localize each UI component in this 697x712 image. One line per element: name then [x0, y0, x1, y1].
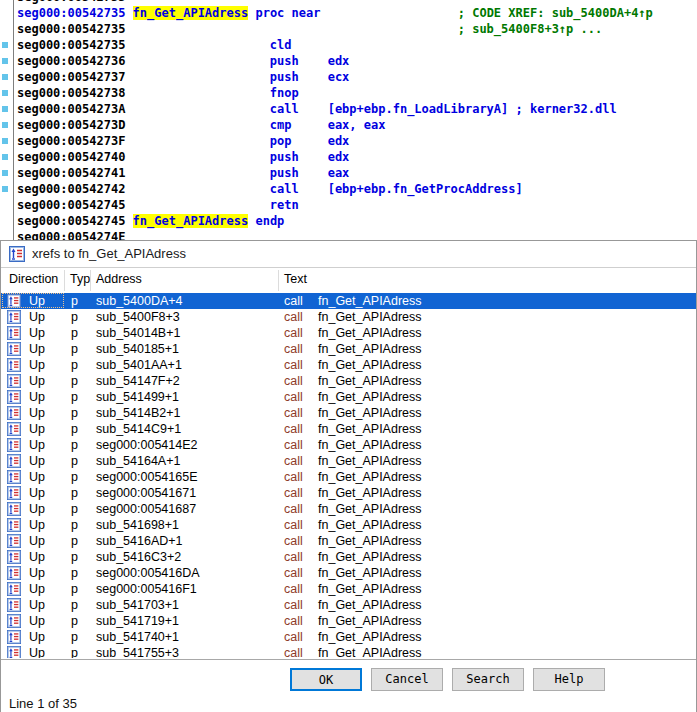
- xref-address: sub_54147F+2: [96, 373, 180, 389]
- disasm-line[interactable]: seg000:00542736 push edx: [17, 53, 697, 69]
- xref-row[interactable]: Uppseg000:005414E2callfn_Get_APIAdress: [1, 437, 696, 453]
- instruction-text: cld: [125, 38, 291, 52]
- disasm-line[interactable]: seg000:00542735 ; sub_5400F8+3↑p ...: [17, 21, 697, 37]
- xref-address: sub_5414B2+1: [96, 405, 180, 421]
- xref-row[interactable]: Uppseg000:00541687callfn_Get_APIAdress: [1, 501, 696, 517]
- xref-direction: Up: [29, 565, 45, 581]
- xref-row[interactable]: Uppsub_54164A+1callfn_Get_APIAdress: [1, 453, 696, 469]
- disassembly-listing[interactable]: seg000:00542733seg000:00542735 fn_Get_AP…: [17, 0, 697, 240]
- column-header-direction[interactable]: Direction: [9, 272, 58, 286]
- xref-target: fn_Get_APIAdress: [318, 309, 422, 325]
- line-address: seg000:00542736: [17, 54, 125, 68]
- xref-target: fn_Get_APIAdress: [318, 421, 422, 437]
- column-header-text[interactable]: Text: [284, 272, 307, 286]
- instruction-text: [320, 6, 457, 20]
- disasm-line[interactable]: seg000:00542742 call [ebp+ebp.fn_GetProc…: [17, 181, 697, 197]
- xref-row[interactable]: Uppsub_541499+1callfn_Get_APIAdress: [1, 389, 696, 405]
- xref-direction: Up: [29, 405, 45, 421]
- column-divider[interactable]: [278, 270, 279, 291]
- highlighted-identifier: fn_Get_APIAdress: [133, 6, 249, 20]
- xref-row[interactable]: Uppsub_541703+1callfn_Get_APIAdress: [1, 597, 696, 613]
- xref-mnemonic: call: [284, 293, 303, 309]
- xref-row[interactable]: Uppsub_541740+1callfn_Get_APIAdress: [1, 629, 696, 645]
- xref-row[interactable]: Uppseg000:0054165Ecallfn_Get_APIAdress: [1, 469, 696, 485]
- xref-type: p: [71, 549, 78, 565]
- disasm-line[interactable]: seg000:00542741 push eax: [17, 165, 697, 181]
- xref-row[interactable]: Uppsub_5414B2+1callfn_Get_APIAdress: [1, 405, 696, 421]
- xref-row[interactable]: Uppsub_541719+1callfn_Get_APIAdress: [1, 613, 696, 629]
- xref-type: p: [71, 437, 78, 453]
- code-marker-dot: [2, 186, 8, 192]
- xref-direction: Up: [29, 549, 45, 565]
- column-header-type[interactable]: Typ: [70, 272, 90, 286]
- xref-target: fn_Get_APIAdress: [318, 597, 422, 613]
- line-address: seg000:0054273F: [17, 134, 125, 148]
- xref-row[interactable]: Uppsub_5400F8+3callfn_Get_APIAdress: [1, 309, 696, 325]
- disasm-line[interactable]: seg000:00542745 fn_Get_APIAdress endp: [17, 213, 697, 229]
- ok-button[interactable]: OK: [290, 668, 362, 691]
- line-address: seg000:00542745: [17, 198, 125, 212]
- search-button[interactable]: Search: [452, 668, 524, 691]
- column-divider[interactable]: [90, 270, 91, 291]
- disasm-line[interactable]: seg000:00542737 push ecx: [17, 69, 697, 85]
- xref-row[interactable]: Uppsub_541698+1callfn_Get_APIAdress: [1, 517, 696, 533]
- column-divider[interactable]: [64, 270, 65, 291]
- xref-target: fn_Get_APIAdress: [318, 373, 422, 389]
- disasm-line[interactable]: seg000:0054273D cmp eax, eax: [17, 117, 697, 133]
- xref-row[interactable]: Uppsub_5416C3+2callfn_Get_APIAdress: [1, 549, 696, 565]
- column-header-address[interactable]: Address: [96, 272, 142, 286]
- xref-address: sub_5416C3+2: [96, 549, 181, 565]
- xref-row[interactable]: Uppseg000:005416DAcallfn_Get_APIAdress: [1, 565, 696, 581]
- xref-icon: [7, 502, 21, 516]
- disasm-line[interactable]: seg000:0054273F pop edx: [17, 133, 697, 149]
- xref-row[interactable]: Uppsub_5400DA+4callfn_Get_APIAdress: [1, 293, 696, 309]
- help-button[interactable]: Help: [533, 668, 605, 691]
- xref-row[interactable]: Uppsub_541755+3callfn_Get_APIAdress: [1, 645, 696, 658]
- xref-icon: [7, 294, 21, 308]
- instruction-text: fnop: [125, 86, 298, 100]
- xref-row[interactable]: Uppsub_5416AD+1callfn_Get_APIAdress: [1, 533, 696, 549]
- xref-row[interactable]: Uppsub_540185+1callfn_Get_APIAdress: [1, 341, 696, 357]
- line-address: seg000:00542740: [17, 150, 125, 164]
- xref-target: fn_Get_APIAdress: [318, 517, 422, 533]
- disasm-line[interactable]: seg000:00542740 push edx: [17, 149, 697, 165]
- xref-address: sub_541755+3: [96, 645, 179, 658]
- xref-row[interactable]: Uppsub_54014B+1callfn_Get_APIAdress: [1, 325, 696, 341]
- xref-row[interactable]: Uppsub_5401AA+1callfn_Get_APIAdress: [1, 357, 696, 373]
- code-marker-dot: [2, 106, 8, 112]
- xref-row[interactable]: Uppseg000:00541671callfn_Get_APIAdress: [1, 485, 696, 501]
- xref-mnemonic: call: [284, 517, 303, 533]
- xref-address: sub_5416AD+1: [96, 533, 183, 549]
- xref-direction: Up: [29, 373, 45, 389]
- cancel-button[interactable]: Cancel: [371, 668, 443, 691]
- line-address: seg000:00542741: [17, 166, 125, 180]
- disasm-line[interactable]: seg000:0054273A call [ebp+ebp.fn_LoadLib…: [17, 101, 697, 117]
- xref-mnemonic: call: [284, 309, 303, 325]
- xref-type: p: [71, 357, 78, 373]
- instruction-text: [125, 214, 132, 228]
- disasm-line[interactable]: seg000:00542738 fnop: [17, 85, 697, 101]
- code-marker-dot: [2, 138, 8, 144]
- xref-direction: Up: [29, 341, 45, 357]
- disasm-line[interactable]: seg000:00542735 cld: [17, 37, 697, 53]
- xref-target: fn_Get_APIAdress: [318, 533, 422, 549]
- xref-address: sub_541499+1: [96, 389, 179, 405]
- disasm-line[interactable]: seg000:00542745 retn: [17, 197, 697, 213]
- xref-row[interactable]: Uppsub_5414C9+1callfn_Get_APIAdress: [1, 421, 696, 437]
- xref-row[interactable]: Uppseg000:005416F1callfn_Get_APIAdress: [1, 581, 696, 597]
- disasm-line[interactable]: seg000:00542735 fn_Get_APIAdress proc ne…: [17, 5, 697, 21]
- xref-mnemonic: call: [284, 437, 303, 453]
- xref-mnemonic: call: [284, 581, 303, 597]
- xref-type: p: [71, 405, 78, 421]
- xref-comment: ; sub_5400F8+3↑p ...: [458, 22, 603, 36]
- disasm-line[interactable]: seg000:0054274E: [17, 229, 697, 240]
- xref-type: p: [71, 501, 78, 517]
- code-marker-dot: [2, 122, 8, 128]
- xref-row[interactable]: Uppsub_54147F+2callfn_Get_APIAdress: [1, 373, 696, 389]
- xref-direction: Up: [29, 581, 45, 597]
- line-address: seg000:00542733: [17, 0, 125, 4]
- xref-mnemonic: call: [284, 549, 303, 565]
- xref-mnemonic: call: [284, 629, 303, 645]
- disassembly-panel: seg000:00542733seg000:00542735 fn_Get_AP…: [0, 0, 697, 240]
- xref-address: sub_540185+1: [96, 341, 179, 357]
